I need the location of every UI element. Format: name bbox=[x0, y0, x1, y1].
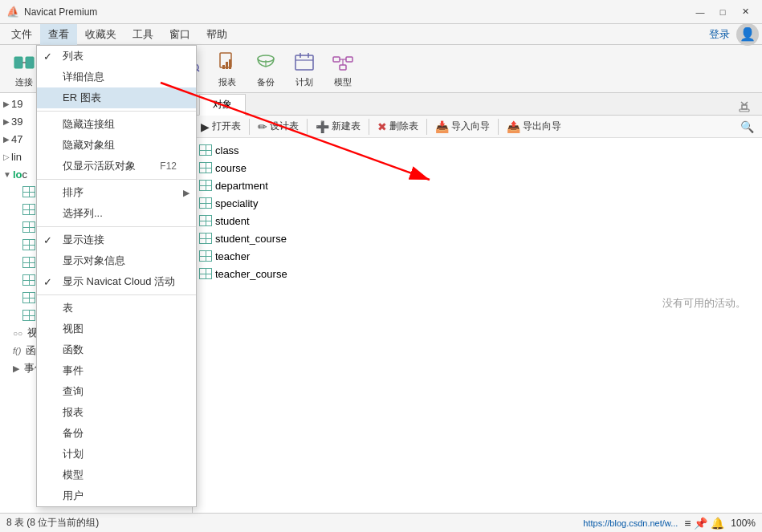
user-avatar[interactable]: 👤 bbox=[736, 23, 759, 46]
menu-backup[interactable]: 备份 bbox=[37, 423, 196, 444]
toolbar-divider4 bbox=[426, 119, 427, 135]
menu-show-obj[interactable]: 显示对象信息 bbox=[37, 250, 196, 271]
table-row-class[interactable]: class bbox=[196, 141, 759, 159]
sidebar-connection-label-lin: lin bbox=[11, 151, 22, 163]
new-table-button[interactable]: ➕ 新建表 bbox=[311, 118, 365, 135]
table-grid-icon bbox=[22, 186, 35, 197]
maximize-button[interactable]: □ bbox=[712, 4, 733, 20]
table-icon-department bbox=[199, 180, 212, 191]
menu-view[interactable]: 查看 bbox=[40, 24, 77, 45]
menu-favorites[interactable]: 收藏夹 bbox=[77, 24, 124, 45]
menu-tools[interactable]: 工具 bbox=[124, 24, 161, 45]
menu-list[interactable]: ✓ 列表 bbox=[37, 46, 196, 67]
table-row-student[interactable]: student bbox=[196, 212, 759, 229]
expand-icon-39: ▶ bbox=[3, 117, 10, 126]
table-name-department: department bbox=[215, 180, 268, 192]
table-name-teacher: teacher bbox=[215, 250, 250, 262]
menu-plan[interactable]: 计划 bbox=[37, 444, 196, 465]
menu-detail[interactable]: 详细信息 bbox=[37, 67, 196, 87]
delete-table-button[interactable]: ✖ 删除表 bbox=[373, 118, 423, 135]
menu-view[interactable]: 视图 bbox=[37, 319, 196, 339]
statusbar-text: 8 表 (8 位于当前的组) bbox=[6, 516, 99, 530]
table-row-teacher[interactable]: teacher bbox=[196, 247, 759, 265]
menu-hide-obj[interactable]: 隐藏对象组 bbox=[37, 135, 196, 156]
table-grid-icon bbox=[22, 274, 35, 286]
menu-user[interactable]: 用户 bbox=[37, 485, 196, 506]
table-icon-class bbox=[199, 144, 212, 156]
minimize-button[interactable]: — bbox=[690, 4, 711, 20]
table-grid-icon bbox=[22, 292, 35, 303]
login-button[interactable]: 登录 bbox=[703, 27, 736, 42]
menu-select-col[interactable]: 选择列... bbox=[37, 203, 196, 224]
separator-1 bbox=[37, 111, 196, 112]
menu-er[interactable]: ER 图表 bbox=[37, 87, 196, 108]
tab-objects[interactable]: 对象 bbox=[199, 94, 246, 116]
window-controls: — □ ✕ bbox=[690, 4, 756, 20]
menu-func[interactable]: 函数 bbox=[37, 339, 196, 360]
toolbar-schedule[interactable]: 计划 bbox=[287, 46, 322, 91]
menu-event[interactable]: 事件 bbox=[37, 360, 196, 381]
table-row-speciality[interactable]: speciality bbox=[196, 194, 759, 212]
new-label: 新建表 bbox=[332, 120, 361, 133]
menu-only-active[interactable]: 仅显示活跃对象 F12 bbox=[37, 156, 196, 177]
search-icon[interactable]: 🔍 bbox=[736, 120, 759, 133]
sidebar-connection-label-47: 47 bbox=[11, 133, 22, 145]
share-button[interactable] bbox=[736, 99, 752, 115]
menu-show-conn[interactable]: ✓ 显示连接 bbox=[37, 229, 196, 250]
menu-model[interactable]: 模型 bbox=[37, 465, 196, 485]
table-grid-icon bbox=[22, 221, 35, 233]
svg-rect-30 bbox=[740, 109, 749, 112]
menu-sort[interactable]: 排序 ▶ bbox=[37, 182, 196, 203]
export-button[interactable]: 📤 导出向导 bbox=[502, 118, 566, 135]
svg-rect-27 bbox=[340, 65, 346, 70]
menu-query[interactable]: 查询 bbox=[37, 381, 196, 402]
sidebar-connection-label-39: 39 bbox=[11, 116, 22, 128]
report-label: 报表 bbox=[218, 76, 236, 88]
menu-show-cloud[interactable]: ✓ 显示 Navicat Cloud 活动 bbox=[37, 271, 196, 292]
search-area: 🔍 bbox=[736, 120, 759, 133]
menu-file[interactable]: 文件 bbox=[3, 24, 40, 45]
export-label: 导出向导 bbox=[523, 120, 561, 133]
table-row-department[interactable]: department bbox=[196, 177, 759, 194]
table-icon-teacher bbox=[199, 250, 212, 262]
toolbar-report[interactable]: 报表 bbox=[210, 46, 245, 91]
backup-icon bbox=[253, 49, 279, 75]
open-table-button[interactable]: ▶ 打开表 bbox=[196, 118, 246, 135]
check-icon-conn: ✓ bbox=[43, 234, 52, 246]
svg-rect-16 bbox=[222, 65, 225, 69]
sidebar-connection-label-19: 19 bbox=[11, 98, 22, 110]
table-icon-student bbox=[199, 215, 212, 226]
view-dropdown-menu: ✓ 列表 详细信息 ER 图表 隐藏连接组 隐藏对象组 仅显示活跃对象 F12 … bbox=[36, 45, 197, 507]
expand-icon-lin: ▷ bbox=[3, 152, 10, 161]
close-button[interactable]: ✕ bbox=[735, 4, 756, 20]
table-row-course[interactable]: course bbox=[196, 159, 759, 177]
menu-report[interactable]: 报表 bbox=[37, 402, 196, 423]
object-list: class course department speciality stude… bbox=[193, 138, 762, 513]
import-label: 导入向导 bbox=[451, 120, 490, 133]
table-row-student-course[interactable]: student_course bbox=[196, 229, 759, 247]
svg-line-14 bbox=[198, 70, 199, 71]
arrow-icon-sort: ▶ bbox=[183, 188, 189, 198]
svg-rect-1 bbox=[26, 57, 34, 68]
svg-rect-25 bbox=[333, 57, 340, 62]
toolbar-backup[interactable]: 备份 bbox=[248, 46, 283, 91]
titlebar: ⛵ Navicat Premium — □ ✕ bbox=[0, 0, 762, 24]
menu-help[interactable]: 帮助 bbox=[198, 24, 235, 45]
expand-icon-19: ▶ bbox=[3, 99, 10, 108]
svg-rect-17 bbox=[226, 62, 228, 69]
table-name-student: student bbox=[215, 215, 250, 227]
toolbar-model[interactable]: 模型 bbox=[325, 46, 361, 91]
menu-window[interactable]: 窗口 bbox=[161, 24, 198, 45]
table-icon-student-course bbox=[199, 233, 212, 244]
backup-label: 备份 bbox=[257, 76, 275, 88]
table-row-teacher-course[interactable]: teacher_course bbox=[196, 265, 759, 282]
menu-hide-conn[interactable]: 隐藏连接组 bbox=[37, 114, 196, 135]
statusbar-url[interactable]: https://blog.csdn.net/w... bbox=[583, 518, 678, 528]
import-button[interactable]: 📥 导入向导 bbox=[430, 118, 495, 135]
shortcut-f12: F12 bbox=[160, 160, 177, 172]
design-table-button[interactable]: ✏ 设计表 bbox=[253, 118, 304, 135]
menu-table[interactable]: 表 bbox=[37, 298, 196, 319]
statusbar: 8 表 (8 位于当前的组) https://blog.csdn.net/w..… bbox=[0, 513, 762, 532]
table-grid-icon bbox=[22, 310, 35, 321]
svg-rect-26 bbox=[346, 57, 352, 62]
